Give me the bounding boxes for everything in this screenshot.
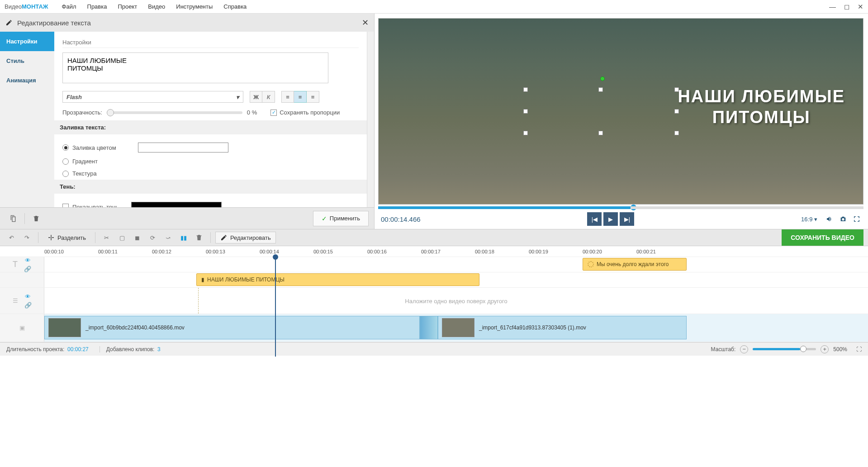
preview-progress[interactable]: [378, 206, 863, 209]
maximize-icon[interactable]: ◻: [844, 3, 849, 11]
rotate-button[interactable]: ⟳: [146, 231, 160, 244]
video-clip-1[interactable]: _import_60b9bdc224f040.40458866.mov: [44, 316, 420, 339]
playhead[interactable]: [275, 257, 276, 357]
check-icon: ✓: [322, 215, 327, 222]
transition-clip[interactable]: [420, 316, 438, 339]
redo-button[interactable]: ↷: [20, 231, 33, 244]
preview-text-overlay[interactable]: НАШИ ЛЮБИМЫЕ ПИТОМЦЫ: [678, 86, 845, 128]
clip-edge-marker: [198, 288, 199, 314]
trash-button[interactable]: [192, 231, 206, 244]
playback-controls: 00:00:14.466 |◀ ▶ ▶| 16:9 ▾: [375, 209, 868, 229]
italic-button[interactable]: К: [262, 91, 275, 103]
aspect-ratio[interactable]: 16:9 ▾: [801, 216, 817, 223]
handle-tl[interactable]: [523, 87, 528, 92]
text-clip-2[interactable]: Мы очень долго ждали этого: [583, 258, 687, 271]
opacity-slider[interactable]: [107, 111, 242, 114]
app-title-suffix: МОНТАЖ: [22, 3, 48, 10]
snapshot-icon[interactable]: [838, 214, 848, 224]
font-select[interactable]: Flash ▾: [62, 91, 243, 103]
ruler-tick: 00:00:16: [367, 249, 387, 254]
menu-edit[interactable]: Правка: [87, 3, 107, 10]
tab-animation[interactable]: Анимация: [0, 71, 54, 90]
link-icon[interactable]: 🔗: [24, 266, 31, 272]
handle-ml[interactable]: [523, 109, 528, 114]
fill-color-radio[interactable]: [62, 144, 69, 151]
undo-button[interactable]: ↶: [5, 231, 18, 244]
menu-items: Файл Правка Проект Видео Инструменты Спр…: [62, 3, 247, 10]
video-clip-2[interactable]: _import_617cf4a91d9313.87303405 (1).mov: [438, 316, 687, 339]
keep-ratio-checkbox[interactable]: ✓: [270, 110, 277, 116]
overlay-line1: НАШИ ЛЮБИМЫЕ: [678, 86, 845, 107]
handle-bl[interactable]: [523, 131, 528, 135]
video-thumb-2: [442, 318, 474, 337]
video-preview[interactable]: НАШИ ЛЮБИМЫЕ ПИТОМЦЫ: [378, 18, 863, 205]
duplicate-button[interactable]: [5, 212, 21, 225]
volume-icon[interactable]: [825, 214, 835, 224]
fullscreen-icon[interactable]: [852, 214, 862, 224]
menu-project[interactable]: Проект: [118, 3, 137, 10]
menu-tools[interactable]: Инструменты: [176, 3, 213, 10]
apply-button[interactable]: ✓ Применить: [313, 211, 369, 226]
align-center-button[interactable]: ≡: [294, 91, 307, 103]
shadow-label: Показывать тень: [72, 204, 119, 208]
handle-mr[interactable]: [674, 109, 679, 114]
handle-bc[interactable]: [598, 131, 603, 135]
shadow-color-swatch[interactable]: [131, 202, 222, 207]
tab-style[interactable]: Стиль: [0, 51, 54, 71]
stop-button[interactable]: ◼: [131, 231, 144, 244]
split-button[interactable]: Разделить: [43, 232, 90, 243]
edit-clip-button[interactable]: Редактировать: [215, 232, 276, 243]
align-left-button[interactable]: ≡: [281, 91, 294, 103]
ruler-tick: 00:00:11: [98, 249, 118, 254]
link-icon[interactable]: 🔗: [24, 302, 32, 309]
prev-button[interactable]: |◀: [587, 212, 602, 226]
settings-content: Настройки Flash ▾ Ж К ≡ ≡ ≡: [54, 32, 367, 207]
text-input[interactable]: [62, 52, 328, 83]
next-button[interactable]: ▶|: [620, 212, 634, 226]
menu-video[interactable]: Видео: [148, 3, 165, 10]
crop-button[interactable]: ▢: [115, 231, 129, 244]
align-right-button[interactable]: ≡: [307, 91, 319, 103]
delete-button[interactable]: [28, 212, 44, 225]
text-editor-panel: Редактирование текста ✕ Настройки Стиль …: [0, 14, 375, 229]
zoom-out-button[interactable]: −: [740, 345, 748, 353]
play-button[interactable]: ▶: [603, 212, 618, 226]
menu-file[interactable]: Файл: [62, 3, 76, 10]
cut-button[interactable]: ✂: [100, 231, 114, 244]
menu-help[interactable]: Справка: [223, 3, 247, 10]
rotation-handle[interactable]: [600, 76, 605, 81]
handle-tc[interactable]: [598, 87, 603, 92]
zoom-label: Масштаб:: [711, 346, 736, 353]
fit-icon[interactable]: ⛶: [856, 346, 862, 353]
ruler-tick: 00:00:14: [260, 249, 279, 254]
clips-info: Добавлено клипов: 3: [100, 346, 161, 353]
text-clip-2-label: Мы очень долго ждали этого: [597, 261, 669, 267]
visibility-icon[interactable]: 👁: [25, 293, 31, 300]
timeline-ruler[interactable]: 00:00:1000:00:1100:00:1200:00:1300:00:14…: [0, 246, 868, 257]
handle-tr[interactable]: [674, 87, 679, 92]
text-clip-1[interactable]: ▮ НАШИ ЛЮБИМЫЕ ПИТОМЦЫ: [196, 273, 479, 286]
shadow-checkbox[interactable]: [62, 204, 69, 207]
shadow-section-header: Тень:: [54, 180, 367, 194]
bold-button[interactable]: Ж: [250, 91, 262, 103]
close-window-icon[interactable]: ✕: [858, 3, 863, 11]
zoom-in-button[interactable]: +: [821, 345, 829, 353]
scrollbar-vertical[interactable]: [367, 32, 374, 207]
video-track: ▣ _import_60b9bdc224f040.40458866.mov _i…: [0, 314, 868, 342]
minimize-icon[interactable]: —: [829, 3, 836, 11]
opacity-value: 0 %: [247, 109, 257, 116]
fill-color-swatch[interactable]: [138, 143, 228, 152]
visibility-icon[interactable]: 👁: [25, 257, 31, 264]
save-video-button[interactable]: СОХРАНИТЬ ВИДЕО: [782, 229, 863, 246]
close-icon[interactable]: ✕: [362, 18, 369, 28]
zoom-slider[interactable]: [753, 348, 816, 350]
ruler-tick: 00:00:12: [152, 249, 171, 254]
ruler-tick: 00:00:10: [44, 249, 64, 254]
menubar: ВидеоМОНТАЖ Файл Правка Проект Видео Инс…: [0, 0, 868, 14]
handle-br[interactable]: [674, 131, 679, 135]
properties-button[interactable]: ▮▮: [177, 231, 190, 244]
fill-gradient-radio[interactable]: [62, 158, 69, 165]
speed-button[interactable]: ⤻: [161, 231, 175, 244]
fill-texture-radio[interactable]: [62, 171, 69, 177]
tab-settings[interactable]: Настройки: [0, 32, 54, 51]
